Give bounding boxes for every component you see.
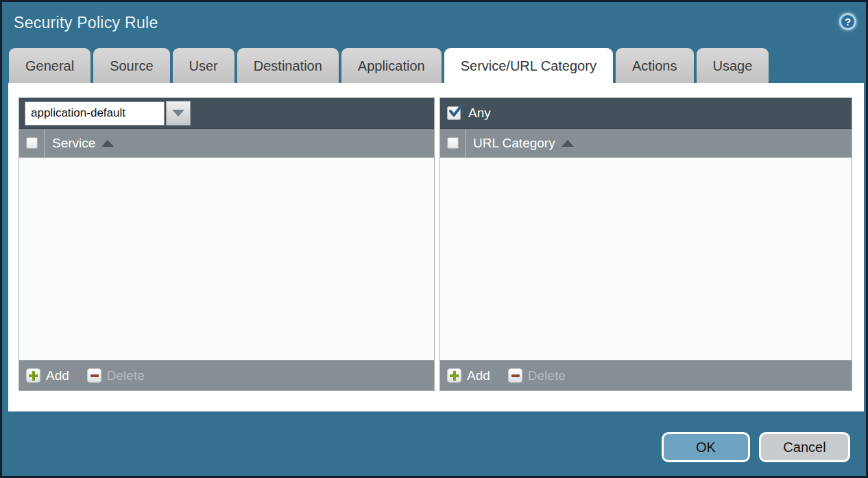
tab-service-url-category[interactable]: Service/URL Category: [444, 48, 613, 83]
url-category-add-button[interactable]: Add: [447, 368, 490, 383]
checkmark-icon: [448, 104, 463, 119]
any-checkbox-checked[interactable]: [447, 106, 461, 120]
url-category-panel-header: Any: [440, 98, 852, 129]
service-column-header[interactable]: Service: [52, 129, 114, 157]
add-plus-icon: [447, 368, 461, 383]
help-icon[interactable]: ?: [839, 13, 856, 30]
tab-general[interactable]: General: [9, 48, 91, 83]
tab-user[interactable]: User: [173, 48, 234, 83]
service-add-button[interactable]: Add: [26, 368, 69, 383]
service-delete-label: Delete: [107, 368, 145, 383]
add-plus-icon: [26, 368, 40, 383]
help-icon-glyph: ?: [845, 16, 851, 27]
ok-button[interactable]: OK: [662, 432, 750, 462]
delete-minus-icon: [87, 368, 101, 383]
service-type-dropdown-arrow-button[interactable]: [166, 101, 191, 126]
tab-bar: General Source User Destination Applicat…: [9, 48, 769, 83]
service-table-body[interactable]: [19, 158, 434, 360]
service-type-dropdown-input[interactable]: [25, 101, 165, 126]
service-panel-footer: Add Delete: [19, 360, 434, 390]
service-column-label: Service: [52, 136, 95, 151]
tab-actions[interactable]: Actions: [616, 48, 694, 83]
service-delete-button[interactable]: Delete: [87, 368, 145, 383]
url-category-add-label: Add: [467, 368, 490, 383]
url-category-panel-footer: Add Delete: [440, 360, 852, 390]
cancel-button[interactable]: Cancel: [759, 432, 850, 462]
service-panel: Service Add Delete: [19, 97, 435, 391]
security-policy-rule-dialog: Security Policy Rule ? General Source Us…: [0, 0, 868, 478]
tab-source[interactable]: Source: [93, 48, 169, 83]
tab-usage[interactable]: Usage: [697, 48, 769, 83]
sort-ascending-icon: [101, 140, 114, 147]
any-label: Any: [468, 106, 491, 121]
tab-application[interactable]: Application: [341, 48, 442, 83]
delete-minus-icon: [508, 368, 522, 383]
dialog-title: Security Policy Rule: [14, 14, 158, 32]
service-select-all-checkbox[interactable]: [26, 137, 38, 149]
any-row: Any: [446, 106, 491, 121]
sort-ascending-icon: [562, 140, 574, 147]
url-category-delete-label: Delete: [528, 368, 566, 383]
url-category-column-label: URL Category: [473, 136, 555, 151]
url-category-table-header: URL Category: [440, 129, 852, 158]
tab-content-area: Service Add Delete: [8, 83, 864, 411]
url-category-table-body[interactable]: [440, 158, 852, 360]
service-select-all-cell: [19, 129, 45, 157]
service-add-label: Add: [46, 368, 69, 383]
url-category-delete-button[interactable]: Delete: [508, 368, 566, 383]
url-category-column-header[interactable]: URL Category: [473, 129, 574, 157]
url-category-select-all-cell: [440, 129, 466, 157]
url-category-panel: Any URL Category Add: [439, 97, 852, 391]
chevron-down-icon: [172, 110, 184, 117]
service-panel-header: [19, 98, 434, 129]
service-type-dropdown: [25, 101, 191, 126]
service-table-header: Service: [19, 129, 434, 158]
tab-destination[interactable]: Destination: [237, 48, 339, 83]
url-category-select-all-checkbox[interactable]: [447, 137, 459, 149]
